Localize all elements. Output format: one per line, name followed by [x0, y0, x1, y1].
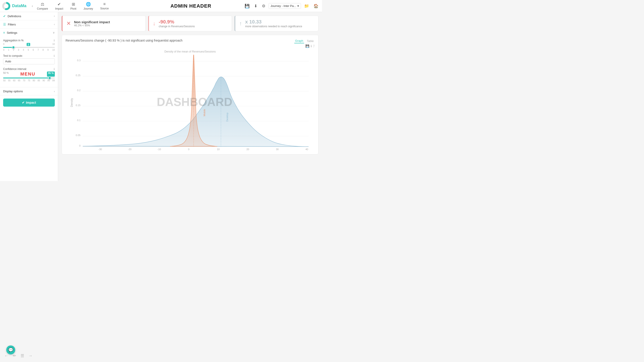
definitions-header[interactable]: ✔ Definitions ‹	[0, 12, 58, 20]
filter-icon: ☰	[3, 22, 6, 26]
test-select[interactable]: Auto t-test z-test bootstrap	[3, 58, 55, 64]
journey-selector[interactable]: Journey - Inter Pa... ▾	[268, 3, 301, 9]
sidebar-section-filters: ☰ Filters ‹	[0, 20, 58, 28]
nav-label-pivot: Pivot	[70, 7, 76, 10]
chart-share-icon[interactable]: ⤴	[313, 44, 314, 48]
nav-item-journey[interactable]: 🌐 Journey	[80, 1, 96, 11]
svg-text:0.2: 0.2	[77, 89, 80, 92]
up-arrow-icon: ↑	[239, 20, 242, 26]
tab-table[interactable]: Table	[306, 39, 314, 43]
check-circle-icon: ✔	[3, 14, 6, 18]
save-button[interactable]: 💾	[243, 2, 251, 10]
svg-text:20: 20	[246, 148, 249, 151]
nav-item-pivot[interactable]: ⊞ Pivot	[67, 1, 80, 11]
confidence-slider[interactable]	[3, 77, 55, 78]
folder-button[interactable]: 📁	[303, 2, 310, 10]
aggregation-range: 0 2 10	[3, 43, 55, 46]
summary-card-observations: ↑ x 10.33 more observations needed to re…	[234, 16, 318, 31]
chart-info-icon[interactable]: ℹ	[310, 44, 312, 48]
aggregation-value-badge: 2	[26, 43, 30, 46]
x-icon: ✕	[66, 20, 71, 26]
svg-text:40: 40	[306, 148, 308, 151]
main-content: ✕ Non significant impact 46.2% < 95% ↓ -…	[58, 12, 322, 181]
chart-tabs: Graph Table	[294, 39, 314, 43]
confidence-values-row: 50 % MENU 95 %	[3, 71, 55, 77]
filters-header[interactable]: ☰ Filters ‹	[0, 20, 58, 28]
aggregation-label: Aggregation in %	[3, 39, 24, 42]
journey-icon: 🌐	[86, 2, 91, 7]
display-options-label: Display options	[3, 90, 23, 93]
agg-min: 0	[3, 43, 4, 46]
header-right: 💾 ⬇ ⚙ Journey - Inter Pa... ▾ 📁 🏠	[243, 2, 320, 10]
sidebar-section-definitions: ✔ Definitions ‹	[0, 12, 58, 20]
settings-header[interactable]: ≡ Settings ∨	[0, 28, 58, 37]
nav-item-compare[interactable]: ⚖ Compare	[34, 1, 51, 11]
change-content: -90.9% change in Revenues/Sessions	[159, 19, 195, 28]
chart-controls: Graph Table 💾 ℹ ⤴	[294, 39, 314, 48]
home-button[interactable]: 🏠	[312, 2, 320, 10]
nav-label-journey: Journey	[84, 7, 93, 10]
nav-item-impact[interactable]: ✔ Impact	[52, 1, 66, 11]
settings-body: Aggregation in % ℹ 0 2 10	[0, 37, 58, 87]
svg-text:0.1: 0.1	[77, 119, 80, 122]
download-button[interactable]: ⬇	[253, 2, 259, 10]
significance-title: Non significant impact	[74, 20, 110, 24]
desktop-series-label: Desktop	[226, 113, 228, 122]
impact-checkmark-icon: ✔	[22, 101, 24, 104]
confidence-info-icon[interactable]: ℹ	[54, 67, 55, 71]
confidence-tick-labels: 505560 657075 808590 9599	[3, 79, 55, 82]
confidence-thumb[interactable]	[48, 76, 51, 79]
settings-button[interactable]: ⚙	[260, 2, 267, 10]
sidebar-collapse-button[interactable]: ‹	[31, 3, 34, 9]
nav-item-source[interactable]: ≡ Source	[97, 1, 112, 11]
admin-header-label: ADMIN HEADER	[139, 3, 243, 9]
chart-density-label: Density of the mean of Revenues/Sessions	[66, 50, 314, 53]
nav-label-compare: Compare	[37, 7, 48, 10]
tab-graph[interactable]: Graph	[294, 39, 304, 43]
main-nav: ⚖ Compare ✔ Impact ⊞ Pivot 🌐 Journey ≡ S…	[34, 1, 138, 11]
confidence-label: Confidence interval:	[3, 67, 27, 71]
aggregation-slider[interactable]	[3, 47, 55, 48]
impact-button[interactable]: ✔ Impact	[3, 98, 55, 107]
source-icon: ≡	[103, 2, 106, 6]
display-options-header[interactable]: Display options ‹	[0, 87, 58, 95]
filters-left: ☰ Filters	[3, 22, 16, 26]
sidebar-section-display-options: Display options ‹	[0, 87, 58, 95]
chevron-down-icon: ▾	[298, 4, 299, 7]
logo-text: DataMa	[12, 3, 26, 8]
journey-selector-label: Journey - Inter Pa...	[270, 4, 296, 7]
chart-main-title: Revenues/Sessions change ( -90.93 % ) is…	[66, 39, 182, 42]
density-chart: Density 0.3 0.25 0.2 0.15 0.1 0.05 0	[66, 54, 314, 151]
main-layout: ✔ Definitions ‹ ☰ Filters ‹ ≡ Settings	[0, 12, 322, 181]
definitions-left: ✔ Definitions	[3, 14, 21, 18]
summary-cards: ✕ Non significant impact 46.2% < 95% ↓ -…	[62, 16, 318, 31]
summary-card-change: ↓ -90.9% change in Revenues/Sessions	[148, 16, 232, 31]
svg-text:0.3: 0.3	[77, 59, 80, 62]
observations-content: x 10.33 more observations needed to reac…	[245, 19, 302, 28]
svg-text:0: 0	[188, 148, 190, 151]
down-arrow-icon: ↓	[153, 20, 156, 26]
confidence-setting: Confidence interval: ℹ 50 % MENU 95 %	[3, 67, 55, 82]
svg-text:0.15: 0.15	[76, 104, 80, 107]
svg-text:30: 30	[276, 148, 278, 151]
dashboard-watermark: DASHBOARD	[157, 95, 232, 108]
mobile-series-label: Mobile	[203, 109, 206, 116]
chart-title-row: Revenues/Sessions change ( -90.93 % ) is…	[66, 39, 314, 48]
test-setting: Test to compute: ℹ Auto t-test z-test bo…	[3, 54, 55, 64]
logo-icon	[2, 2, 10, 10]
change-value: -90.9%	[159, 19, 195, 25]
display-options-chevron: ‹	[54, 90, 55, 93]
compare-icon: ⚖	[41, 2, 44, 7]
chart-save-icon[interactable]: 💾	[306, 44, 309, 48]
aggregation-info-icon[interactable]: ℹ	[54, 39, 55, 42]
aggregation-thumb[interactable]	[12, 46, 15, 49]
svg-text:10: 10	[217, 148, 220, 151]
confidence-max-badge: 95 %	[47, 71, 55, 77]
change-sub: change in Revenues/Sessions	[159, 25, 195, 28]
settings-lines-icon: ≡	[3, 31, 5, 34]
sidebar: ✔ Definitions ‹ ☰ Filters ‹ ≡ Settings	[0, 12, 58, 181]
impact-icon: ✔	[58, 2, 61, 7]
aggregation-setting: Aggregation in % ℹ 0 2 10	[3, 39, 55, 51]
svg-text:-30: -30	[98, 148, 102, 151]
test-info-icon[interactable]: ℹ	[54, 54, 55, 57]
